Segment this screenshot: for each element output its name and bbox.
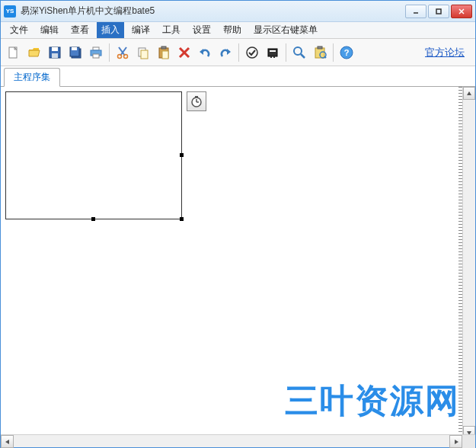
print-icon[interactable] (86, 43, 106, 62)
svg-point-17 (118, 54, 122, 58)
workarea: 主程序集 三叶资源网 (1, 66, 475, 435)
maximize-button[interactable] (428, 5, 449, 18)
save-all-icon[interactable] (65, 43, 85, 62)
svg-marker-48 (455, 440, 458, 444)
svg-rect-1 (436, 9, 441, 14)
window-controls (405, 5, 472, 18)
menu-context[interactable]: 显示区右键菜单 (249, 22, 322, 38)
svg-rect-32 (273, 56, 275, 58)
scroll-corner (462, 435, 475, 448)
close-button[interactable] (451, 5, 472, 18)
svg-rect-12 (93, 47, 99, 50)
design-canvas[interactable]: 三叶资源网 (1, 87, 475, 439)
resize-handle-bottom[interactable] (91, 217, 95, 221)
svg-rect-29 (268, 49, 277, 56)
scroll-right-icon[interactable] (449, 435, 462, 448)
toolbar-separator (238, 43, 239, 62)
help-icon[interactable]: ? (337, 43, 356, 62)
window-title: 易深YiShen单片机中文编程bate5 (21, 5, 405, 18)
find-icon[interactable] (289, 43, 309, 62)
delete-icon[interactable] (174, 43, 194, 62)
watermark-text: 三叶资源网 (285, 379, 460, 424)
menu-settings[interactable]: 设置 (188, 22, 216, 38)
app-icon: YS (4, 5, 16, 18)
svg-rect-31 (270, 56, 272, 58)
menu-tools[interactable]: 工具 (158, 22, 185, 38)
menu-file[interactable]: 文件 (5, 22, 33, 38)
svg-line-34 (301, 54, 305, 58)
app-window: YS 易深YiShen单片机中文编程bate5 文件 编辑 查看 插入 编译 工… (0, 0, 476, 448)
scroll-up-icon[interactable] (463, 87, 475, 100)
check-icon[interactable] (242, 43, 262, 62)
svg-point-28 (247, 47, 257, 58)
scroll-left-icon[interactable] (1, 435, 14, 448)
paste-icon[interactable] (154, 43, 174, 62)
horizontal-scrollbar[interactable] (1, 434, 475, 447)
menu-insert[interactable]: 插入 (97, 22, 124, 38)
toolbar: ? 官方论坛 (1, 39, 475, 66)
svg-rect-7 (52, 47, 58, 51)
tab-strip: 主程序集 (1, 66, 475, 87)
svg-line-38 (324, 56, 326, 58)
copy-icon[interactable] (133, 43, 153, 62)
svg-point-18 (124, 54, 128, 58)
svg-rect-30 (270, 50, 276, 52)
tab-main[interactable]: 主程序集 (4, 68, 60, 87)
save-icon[interactable] (45, 43, 65, 62)
clipboard-icon[interactable] (310, 43, 330, 62)
form-design-surface[interactable] (5, 91, 182, 219)
minimize-button[interactable] (405, 5, 426, 18)
menu-compile[interactable]: 编译 (127, 22, 155, 38)
undo-icon[interactable] (195, 43, 215, 62)
svg-marker-27 (227, 49, 231, 55)
toolbar-separator (286, 43, 286, 62)
open-file-icon[interactable] (24, 43, 44, 62)
svg-marker-47 (5, 440, 9, 444)
svg-marker-26 (200, 49, 203, 55)
svg-marker-45 (467, 91, 471, 95)
svg-rect-14 (93, 54, 99, 58)
svg-rect-20 (141, 50, 148, 59)
redo-icon[interactable] (216, 43, 235, 62)
svg-rect-44 (195, 96, 198, 98)
resize-handle-corner[interactable] (180, 217, 184, 221)
menu-view[interactable]: 查看 (66, 22, 94, 38)
timer-control-icon[interactable] (187, 91, 206, 111)
svg-rect-23 (162, 51, 168, 59)
svg-point-33 (294, 47, 302, 55)
toolbar-separator (109, 43, 110, 62)
svg-rect-8 (52, 53, 58, 58)
forum-link[interactable]: 官方论坛 (425, 46, 465, 59)
build-icon[interactable] (263, 43, 283, 62)
menu-help[interactable]: 帮助 (219, 22, 246, 38)
svg-rect-11 (72, 47, 77, 50)
svg-text:?: ? (344, 48, 350, 57)
svg-rect-36 (318, 46, 322, 49)
toolbar-separator (333, 43, 334, 62)
titlebar[interactable]: YS 易深YiShen单片机中文编程bate5 (1, 1, 475, 22)
new-file-icon[interactable] (4, 43, 24, 62)
menubar: 文件 编辑 查看 插入 编译 工具 设置 帮助 显示区右键菜单 (1, 22, 475, 39)
vertical-scrollbar[interactable] (462, 87, 475, 439)
cut-icon[interactable] (113, 43, 133, 62)
svg-rect-22 (161, 46, 166, 49)
menu-edit[interactable]: 编辑 (36, 22, 63, 38)
resize-handle-right[interactable] (180, 153, 184, 157)
right-ruler (458, 87, 462, 439)
